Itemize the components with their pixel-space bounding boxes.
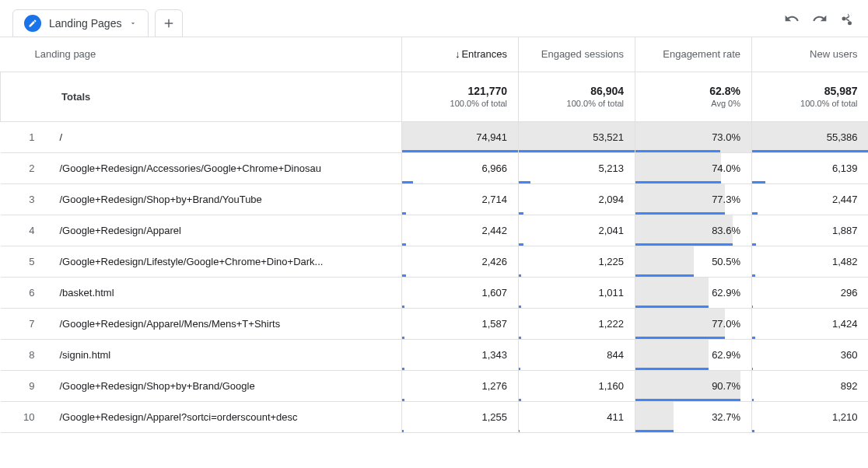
table-row[interactable]: 6/basket.html1,6071,01162.9%296 — [1, 277, 869, 308]
share-icon[interactable] — [834, 5, 862, 33]
cell-entrances: 1,607 — [402, 277, 519, 308]
cell-engaged-sessions: 1,222 — [519, 308, 635, 339]
cell-entrances: 2,426 — [402, 246, 519, 277]
row-index: 1 — [1, 121, 49, 152]
redo-button[interactable] — [806, 5, 834, 33]
col-engaged-sessions[interactable]: Engaged sessions — [519, 37, 635, 72]
totals-entrances: 121,770100.0% of total — [402, 72, 519, 121]
cell-new-users: 1,887 — [752, 215, 869, 246]
row-index: 10 — [1, 401, 49, 432]
landing-page-path[interactable]: / — [49, 121, 402, 152]
cell-engagement-rate: 77.0% — [635, 308, 752, 339]
totals-row: Totals 121,770100.0% of total 86,904100.… — [1, 72, 869, 121]
table-row[interactable]: 9/Google+Redesign/Shop+by+Brand/Google1,… — [1, 370, 869, 401]
cell-new-users: 360 — [752, 339, 869, 370]
add-tab-button[interactable] — [155, 9, 183, 37]
cell-new-users: 2,447 — [752, 183, 869, 215]
row-index: 2 — [1, 152, 49, 183]
cell-engagement-rate: 73.0% — [635, 121, 752, 152]
cell-entrances: 1,276 — [402, 370, 519, 401]
table-row[interactable]: 5/Google+Redesign/Lifestyle/Google+Chrom… — [1, 246, 869, 277]
cell-engagement-rate: 62.9% — [635, 277, 752, 308]
totals-newusers: 85,987100.0% of total — [752, 72, 869, 121]
landing-page-path[interactable]: /Google+Redesign/Apparel?sortci=ordersco… — [49, 401, 402, 432]
cell-new-users: 892 — [752, 370, 869, 401]
cell-new-users: 1,210 — [752, 401, 869, 432]
landing-page-path[interactable]: /Google+Redesign/Shop+by+Brand/YouTube — [49, 183, 402, 215]
row-index: 3 — [1, 183, 49, 215]
tab-bar: Landing Pages — [0, 0, 868, 37]
cell-engaged-sessions: 53,521 — [519, 121, 635, 152]
sort-descending-icon: ↓ — [455, 48, 460, 60]
cell-engaged-sessions: 1,225 — [519, 246, 635, 277]
table-header-row: Landing page ↓Entrances Engaged sessions… — [1, 37, 869, 72]
landing-page-path[interactable]: /Google+Redesign/Shop+by+Brand/Google — [49, 370, 402, 401]
cell-engagement-rate: 32.7% — [635, 401, 752, 432]
undo-button[interactable] — [778, 5, 806, 33]
landing-page-path[interactable]: /signin.html — [49, 339, 402, 370]
row-index: 6 — [1, 277, 49, 308]
cell-engagement-rate: 90.7% — [635, 370, 752, 401]
row-index: 4 — [1, 215, 49, 246]
table-row[interactable]: 2/Google+Redesign/Accessories/Google+Chr… — [1, 152, 869, 183]
cell-entrances: 1,255 — [402, 401, 519, 432]
table-row[interactable]: 7/Google+Redesign/Apparel/Mens/Mens+T+Sh… — [1, 308, 869, 339]
col-entrances[interactable]: ↓Entrances — [402, 37, 519, 72]
landing-page-path[interactable]: /Google+Redesign/Lifestyle/Google+Chrome… — [49, 246, 402, 277]
cell-entrances: 1,343 — [402, 339, 519, 370]
cell-engaged-sessions: 411 — [519, 401, 635, 432]
cell-engaged-sessions: 2,094 — [519, 183, 635, 215]
landing-page-path[interactable]: /Google+Redesign/Apparel/Mens/Mens+T+Shi… — [49, 308, 402, 339]
landing-page-path[interactable]: /basket.html — [49, 277, 402, 308]
table-row[interactable]: 8/signin.html1,34384462.9%360 — [1, 339, 869, 370]
cell-engagement-rate: 77.3% — [635, 183, 752, 215]
tab-landing-pages[interactable]: Landing Pages — [12, 9, 149, 37]
cell-engaged-sessions: 5,213 — [519, 152, 635, 183]
cell-engaged-sessions: 2,041 — [519, 215, 635, 246]
row-index: 5 — [1, 246, 49, 277]
cell-engaged-sessions: 844 — [519, 339, 635, 370]
row-index: 7 — [1, 308, 49, 339]
cell-engagement-rate: 50.5% — [635, 246, 752, 277]
cell-entrances: 2,442 — [402, 215, 519, 246]
col-new-users[interactable]: New users — [752, 37, 869, 72]
cell-new-users: 6,139 — [752, 152, 869, 183]
cell-new-users: 55,386 — [752, 121, 869, 152]
cell-new-users: 296 — [752, 277, 869, 308]
table-row[interactable]: 10/Google+Redesign/Apparel?sortci=orders… — [1, 401, 869, 432]
landing-page-path[interactable]: /Google+Redesign/Accessories/Google+Chro… — [49, 152, 402, 183]
cell-engagement-rate: 83.6% — [635, 215, 752, 246]
cell-entrances: 1,587 — [402, 308, 519, 339]
col-landing-page[interactable]: Landing page — [1, 37, 402, 72]
table-row[interactable]: 1/74,94153,52173.0%55,386 — [1, 121, 869, 152]
cell-entrances: 6,966 — [402, 152, 519, 183]
cell-entrances: 2,714 — [402, 183, 519, 215]
col-engagement-rate[interactable]: Engagement rate — [635, 37, 752, 72]
cell-engagement-rate: 74.0% — [635, 152, 752, 183]
totals-label: Totals — [1, 72, 402, 121]
landing-page-path[interactable]: /Google+Redesign/Apparel — [49, 215, 402, 246]
row-index: 9 — [1, 370, 49, 401]
cell-engaged-sessions: 1,160 — [519, 370, 635, 401]
table-row[interactable]: 4/Google+Redesign/Apparel2,4422,04183.6%… — [1, 215, 869, 246]
totals-engaged: 86,904100.0% of total — [519, 72, 635, 121]
tab-title: Landing Pages — [49, 17, 121, 30]
caret-down-icon[interactable] — [129, 19, 137, 27]
cell-new-users: 1,424 — [752, 308, 869, 339]
table-row[interactable]: 3/Google+Redesign/Shop+by+Brand/YouTube2… — [1, 183, 869, 215]
pencil-icon — [24, 15, 41, 32]
landing-pages-table: Landing page ↓Entrances Engaged sessions… — [0, 37, 868, 433]
cell-new-users: 1,482 — [752, 246, 869, 277]
cell-engaged-sessions: 1,011 — [519, 277, 635, 308]
totals-rate: 62.8%Avg 0% — [635, 72, 752, 121]
cell-engagement-rate: 62.9% — [635, 339, 752, 370]
row-index: 8 — [1, 339, 49, 370]
cell-entrances: 74,941 — [402, 121, 519, 152]
